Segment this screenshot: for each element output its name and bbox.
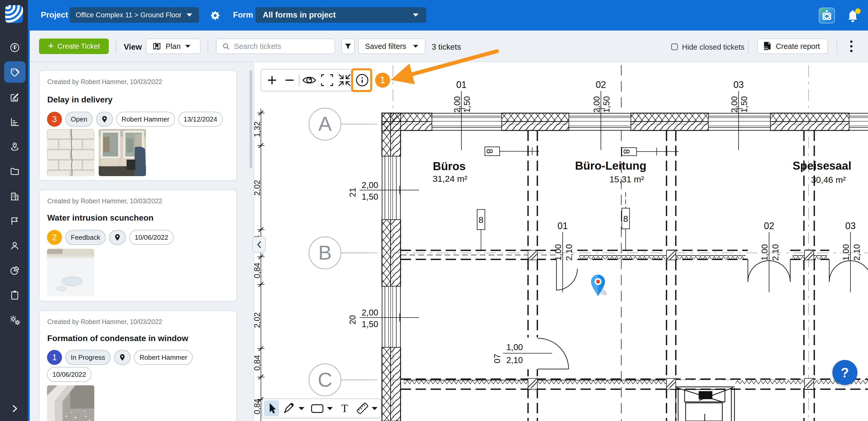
svg-text:2,00: 2,00: [362, 308, 378, 317]
svg-text:1,50: 1,50: [362, 319, 378, 329]
svg-text:1,50: 1,50: [602, 96, 611, 113]
svg-text:B: B: [318, 241, 332, 264]
svg-text:8: 8: [485, 149, 495, 154]
svg-text:2,10: 2,10: [564, 244, 574, 261]
svg-text:T: T: [341, 402, 348, 414]
svg-text:2,00: 2,00: [362, 180, 378, 190]
svg-text:0,84: 0,84: [254, 263, 262, 278]
svg-text:1,32: 1,32: [254, 121, 262, 137]
svg-text:2,10: 2,10: [771, 244, 780, 261]
svg-text:31,24 m²: 31,24 m²: [433, 174, 467, 184]
svg-text:1,50: 1,50: [739, 96, 749, 113]
svg-text:03: 03: [734, 79, 744, 90]
svg-text:1,00: 1,00: [841, 244, 851, 261]
svg-text:2,10: 2,10: [506, 355, 523, 365]
svg-text:2,00: 2,00: [452, 96, 462, 113]
svg-text:2,00: 2,00: [592, 96, 601, 113]
svg-text:2,00: 2,00: [730, 96, 739, 113]
svg-text:Büro-Leitung: Büro-Leitung: [575, 159, 646, 172]
svg-text:30,46 m²: 30,46 m²: [811, 175, 846, 185]
svg-text:02: 02: [764, 221, 774, 231]
svg-text:1,00: 1,00: [506, 342, 523, 352]
svg-text:1,00: 1,00: [553, 244, 563, 261]
svg-text:2,02: 2,02: [254, 180, 262, 196]
svg-text:Büros: Büros: [433, 160, 466, 172]
svg-text:1,50: 1,50: [462, 96, 472, 113]
svg-text:C: C: [318, 368, 332, 391]
svg-text:07: 07: [492, 354, 502, 363]
svg-text:20: 20: [348, 315, 357, 325]
svg-text:02: 02: [596, 79, 606, 90]
svg-text:21: 21: [348, 188, 357, 197]
svg-text:1,50: 1,50: [362, 192, 378, 201]
svg-text:0,84: 0,84: [254, 355, 262, 371]
svg-text:8: 8: [623, 214, 628, 224]
svg-text:Speisesaal: Speisesaal: [793, 159, 851, 172]
svg-text:PDF: PDF: [764, 47, 769, 50]
svg-text:2,10: 2,10: [852, 244, 862, 261]
svg-text:8: 8: [622, 149, 632, 154]
svg-text:15,31 m²: 15,31 m²: [610, 174, 644, 184]
svg-text:1,00: 1,00: [760, 244, 769, 261]
svg-text:01: 01: [557, 221, 568, 231]
svg-text:03: 03: [845, 221, 856, 231]
svg-text:8: 8: [479, 215, 484, 225]
svg-text:A: A: [318, 112, 332, 135]
svg-text:2,02: 2,02: [254, 312, 262, 328]
svg-text:0,84: 0,84: [254, 399, 262, 414]
